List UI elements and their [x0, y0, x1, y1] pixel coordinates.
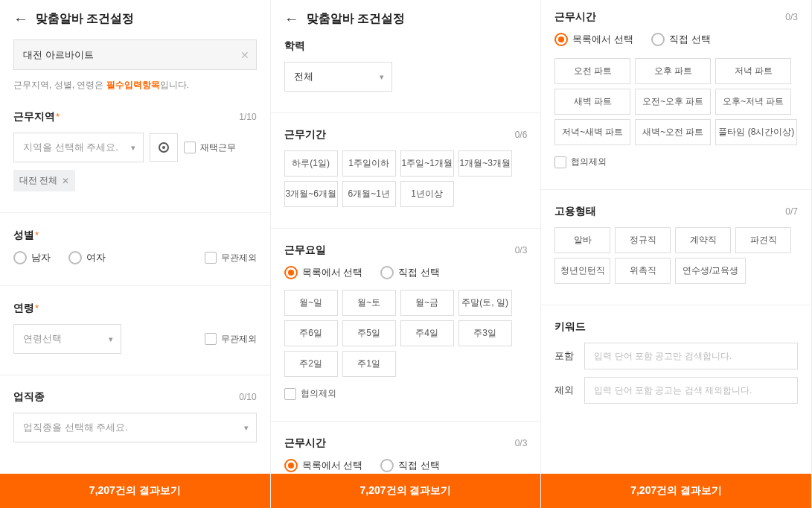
employment-chip[interactable]: 위촉직 [615, 258, 671, 284]
keyword-title: 키워드 [554, 320, 586, 334]
checkbox-icon [205, 333, 217, 345]
day-chip[interactable]: 월~토 [342, 290, 396, 316]
employment-chip[interactable]: 연수생/교육생 [675, 258, 746, 284]
period-chip[interactable]: 3개월~6개월 [284, 181, 338, 207]
hour-chip[interactable]: 오전~오후 파트 [635, 89, 711, 115]
employment-title: 고용형태 [554, 205, 596, 218]
day-chip[interactable]: 월~일 [284, 290, 338, 316]
hour-chip[interactable]: 풀타임 (8시간이상) [715, 119, 797, 145]
submit-button[interactable]: 7,207건의 결과보기 [541, 474, 811, 508]
hour-chip[interactable]: 새벽~오전 파트 [635, 119, 711, 145]
employment-chip[interactable]: 청년인턴직 [554, 258, 610, 284]
age-any-checkbox[interactable]: 무관제외 [205, 333, 257, 346]
period-chip[interactable]: 1주일이하 [342, 150, 396, 177]
header: ← 맞춤알바 조건설정 [284, 10, 528, 28]
jobtype-counter: 0/10 [239, 392, 256, 402]
remote-checkbox[interactable]: 재택근무 [184, 142, 236, 154]
day-chip[interactable]: 주4일 [400, 320, 454, 346]
scroll-area[interactable]: ← 맞춤알바 조건설정 ✕ 근무지역, 성별, 연령은 필수입력항목입니다. 근… [0, 0, 270, 508]
employment-chip[interactable]: 정규직 [615, 227, 671, 253]
employment-counter: 0/7 [785, 206, 798, 217]
note-prefix: 근무지역, 성별, 연령은 [13, 80, 106, 90]
period-chip[interactable]: 1개월~3개월 [458, 150, 512, 177]
tag-remove-icon[interactable]: ✕ [62, 176, 69, 186]
hours-counter: 0/3 [515, 438, 528, 448]
hours-mode-list-radio[interactable]: 목록에서 선택 [284, 459, 363, 472]
age-select[interactable]: 연령선택 [13, 324, 121, 354]
period-chip[interactable]: 1년이상 [400, 181, 454, 207]
day-chip[interactable]: 주5일 [342, 320, 396, 346]
days-counter: 0/3 [515, 245, 528, 255]
radio-icon [380, 459, 394, 472]
required-star: * [56, 111, 60, 122]
section-period: 근무기간 0/6 하루(1일) 1주일이하 1주일~1개월 1개월~3개월 3개… [284, 128, 528, 207]
hour-chip[interactable]: 새벽 파트 [554, 89, 630, 115]
clear-icon[interactable]: ✕ [240, 49, 249, 61]
panel-3: 근무시간 0/3 목록에서 선택 직접 선택 오전 파트 오후 파트 저녁 파트… [541, 0, 812, 508]
keyword-include-input[interactable] [584, 343, 798, 369]
section-days: 근무요일 0/3 목록에서 선택 직접 선택 월~일 월~토 월~금 주말(토,… [284, 244, 528, 400]
day-chip[interactable]: 주말(토, 일) [458, 290, 512, 316]
period-chip[interactable]: 6개월~1년 [342, 181, 396, 207]
period-chip[interactable]: 1주일~1개월 [400, 150, 454, 177]
employment-chip[interactable]: 알바 [554, 227, 610, 253]
location-button[interactable] [150, 133, 178, 162]
page-title: 맞춤알바 조건설정 [36, 11, 134, 27]
submit-button[interactable]: 7,207건의 결과보기 [271, 474, 541, 508]
region-tag: 대전 전체 ✕ [13, 170, 75, 191]
checkbox-icon [284, 388, 296, 400]
page-title: 맞춤알바 조건설정 [307, 11, 405, 27]
target-icon [159, 142, 169, 153]
education-select[interactable]: 전체 [284, 62, 392, 92]
day-chip[interactable]: 주2일 [284, 351, 338, 377]
hours-mode-direct-radio[interactable]: 직접 선택 [651, 33, 711, 46]
back-arrow-icon[interactable]: ← [13, 10, 28, 28]
day-chip[interactable]: 주6일 [284, 320, 338, 346]
checkbox-icon [205, 252, 217, 264]
keyword-exclude-label: 제외 [554, 384, 577, 397]
section-age: 연령* 연령선택 무관제외 [13, 301, 257, 354]
days-exclude-checkbox[interactable]: 협의제외 [284, 387, 528, 400]
section-employment: 고용형태 0/7 알바 정규직 계약직 파견직 청년인턴직 위촉직 연수생/교육… [554, 205, 798, 284]
hours-title: 근무시간 [554, 10, 596, 24]
hour-chip[interactable]: 오전 파트 [554, 58, 630, 84]
hours-exclude-label: 협의제외 [571, 156, 607, 168]
mode-direct-label: 직접 선택 [398, 266, 440, 279]
day-chip[interactable]: 주1일 [342, 351, 396, 377]
scroll-area[interactable]: ← 맞춤알바 조건설정 학력 전체 근무기간 0/6 하루(1일) 1주일이하 … [271, 0, 541, 508]
region-select[interactable]: 지역을 선택해 주세요. [13, 133, 144, 162]
hours-mode-direct-radio[interactable]: 직접 선택 [380, 459, 440, 472]
days-mode-direct-radio[interactable]: 직접 선택 [380, 266, 440, 279]
search-box: ✕ [13, 39, 257, 70]
keyword-exclude-input[interactable] [584, 377, 798, 404]
search-input[interactable] [13, 39, 257, 70]
day-chip[interactable]: 주3일 [458, 320, 512, 346]
hours-exclude-checkbox[interactable]: 협의제외 [554, 156, 798, 168]
day-chip[interactable]: 월~금 [400, 290, 454, 316]
section-jobtype: 업직종 0/10 업직종을 선택해 주세요. [13, 390, 257, 442]
hour-chip[interactable]: 저녁 파트 [715, 58, 791, 84]
radio-icon [554, 33, 568, 46]
note-suffix: 입니다. [160, 80, 189, 90]
period-chip[interactable]: 하루(1일) [284, 150, 338, 177]
scroll-area[interactable]: 근무시간 0/3 목록에서 선택 직접 선택 오전 파트 오후 파트 저녁 파트… [541, 0, 811, 508]
gender-male-radio[interactable]: 남자 [13, 251, 51, 264]
panel-1: ← 맞춤알바 조건설정 ✕ 근무지역, 성별, 연령은 필수입력항목입니다. 근… [0, 0, 271, 508]
hour-chip[interactable]: 오후 파트 [635, 58, 711, 84]
gender-any-checkbox[interactable]: 무관제외 [205, 252, 257, 264]
hour-chip[interactable]: 저녁~새벽 파트 [554, 119, 630, 145]
employment-chip[interactable]: 계약직 [675, 227, 731, 253]
gender-female-radio[interactable]: 여자 [68, 251, 106, 264]
jobtype-select[interactable]: 업직종을 선택해 주세요. [13, 413, 257, 442]
section-hours: 근무시간 0/3 목록에서 선택 직접 선택 오전 파트 오후 파트 저녁 파트… [554, 10, 798, 168]
checkbox-icon [184, 142, 196, 153]
radio-icon [284, 459, 298, 472]
days-mode-list-radio[interactable]: 목록에서 선택 [284, 266, 363, 279]
hour-chip[interactable]: 오후~저녁 파트 [715, 89, 791, 115]
employment-chip[interactable]: 파견직 [735, 227, 791, 253]
back-arrow-icon[interactable]: ← [284, 10, 299, 28]
required-star: * [35, 302, 39, 314]
remote-label: 재택근무 [200, 142, 236, 154]
submit-button[interactable]: 7,207건의 결과보기 [0, 474, 270, 508]
hours-mode-list-radio[interactable]: 목록에서 선택 [554, 33, 633, 46]
